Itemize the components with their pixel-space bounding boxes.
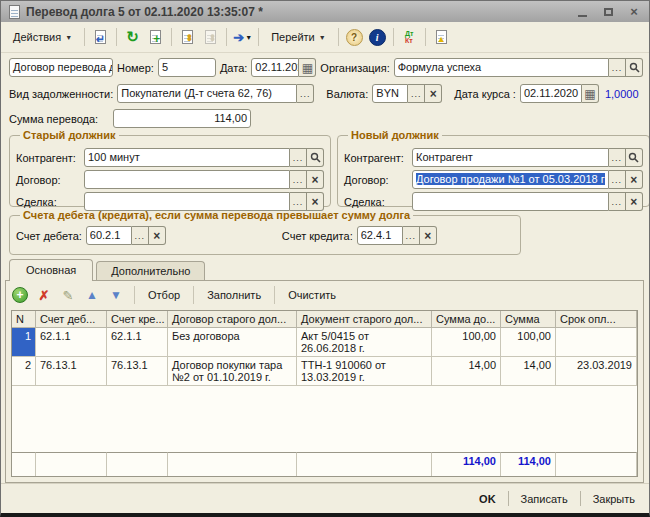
select-button[interactable]: ... — [290, 170, 307, 189]
date-field[interactable]: 02.11.2020 ▦ — [251, 58, 316, 77]
col-header-due[interactable]: Срок опл... — [556, 311, 637, 328]
calendar-icon[interactable]: ▦ — [299, 58, 316, 77]
transfer-amount-field[interactable]: 114,00 — [113, 109, 251, 128]
tab-main[interactable]: Основная — [9, 259, 93, 281]
credit-account-field[interactable]: 62.4.1 ... × — [357, 226, 437, 245]
total-amount: 114,00 — [501, 452, 556, 476]
refresh-button[interactable]: ↻ — [122, 27, 143, 47]
output-button[interactable]: ➔▼ — [232, 27, 253, 47]
clear-icon[interactable]: × — [420, 226, 437, 245]
row-number-cell[interactable]: 1 — [12, 328, 36, 357]
amount-cell[interactable]: 100,00 — [501, 328, 556, 357]
debit-account-field[interactable]: 60.2.1 ... × — [86, 226, 166, 245]
col-header-n[interactable]: N — [12, 311, 36, 328]
save-button[interactable]: Записать — [517, 491, 572, 507]
fill-button[interactable]: Заполнить — [203, 287, 265, 303]
info-button[interactable]: i — [367, 27, 388, 47]
new-counterparty-field[interactable]: Контрагент ... — [412, 148, 643, 167]
titlebar[interactable]: Перевод долга 5 от 02.11.2020 13:35:07 *… — [1, 1, 649, 22]
select-button[interactable]: ... — [609, 192, 626, 211]
clear-icon[interactable]: × — [149, 226, 166, 245]
old-counterparty-field[interactable]: 100 минут ... — [84, 148, 324, 167]
unpost-document-button[interactable]: ● — [200, 27, 221, 47]
clear-button[interactable]: Очистить — [284, 287, 340, 303]
magnifier-icon[interactable] — [307, 148, 324, 167]
clear-icon[interactable]: × — [307, 170, 324, 189]
select-button[interactable]: ... — [403, 226, 420, 245]
document-cell[interactable]: ТТН-1 910060 от 13.03.2019 г. — [297, 357, 432, 386]
save-and-post-button[interactable]: ↵ — [90, 27, 111, 47]
new-contract-field[interactable]: Договор продажи №1 от 05.03.2018 г ... × — [412, 170, 643, 189]
rate-date-field[interactable]: 02.11.2020 ▦ — [520, 84, 599, 103]
amount-debt-cell[interactable]: 14,00 — [432, 357, 501, 386]
report-button[interactable]: ▲ — [431, 27, 452, 47]
table-row[interactable]: 2 76.13.1 76.13.1 Договор покупки тара №… — [12, 357, 637, 386]
row-number-cell[interactable]: 2 — [12, 357, 36, 386]
dtkt-button[interactable]: ДтКт — [399, 27, 420, 47]
table-row[interactable]: 1 62.1.1 62.1.1 Без договора Акт 5/0415 … — [12, 328, 637, 357]
col-header-contract[interactable]: Договор старого дол... — [168, 311, 297, 328]
window-title: Перевод долга 5 от 02.11.2020 13:35:07 * — [26, 5, 263, 19]
footer-separator — [508, 491, 509, 506]
credit-account-cell[interactable]: 62.1.1 — [107, 328, 168, 357]
tab-additional[interactable]: Дополнительно — [96, 261, 205, 281]
document-cell[interactable]: Акт 5/0415 от 26.06.2018 г. — [297, 328, 432, 357]
credit-account-cell[interactable]: 76.13.1 — [107, 357, 168, 386]
add-row-button[interactable]: + — [11, 286, 29, 304]
help-button[interactable]: ? — [344, 27, 365, 47]
minimize-button[interactable] — [575, 5, 589, 19]
col-header-document[interactable]: Документ старого дол... — [297, 311, 432, 328]
chevron-down-icon: ▼ — [65, 34, 72, 41]
calendar-icon[interactable]: ▦ — [582, 84, 599, 103]
table-empty-area[interactable] — [12, 386, 637, 452]
magnifier-icon[interactable] — [626, 148, 643, 167]
edit-row-button[interactable]: ✎ — [59, 286, 77, 304]
select-button[interactable]: ... — [132, 226, 149, 245]
select-button[interactable]: ... — [408, 84, 425, 103]
amount-debt-cell[interactable]: 100,00 — [432, 328, 501, 357]
select-button[interactable]: ... — [290, 148, 307, 167]
select-button[interactable]: ... — [609, 148, 626, 167]
header-row-2: Вид задолженности: Покупатели (Д-т счета… — [9, 84, 643, 103]
clear-icon[interactable]: × — [626, 192, 643, 211]
col-header-amount-debt[interactable]: Сумма до... — [432, 311, 501, 328]
header-row-3: Сумма перевода: 114,00 — [9, 109, 643, 128]
toolbar-separator — [393, 28, 394, 46]
copy-button[interactable]: + — [145, 27, 166, 47]
col-header-debit[interactable]: Счет деб... — [36, 311, 107, 328]
close-window-button[interactable]: Закрыть — [589, 491, 639, 507]
clear-icon[interactable]: × — [425, 84, 442, 103]
ok-button[interactable]: OK — [475, 491, 500, 507]
doc-type-combobox[interactable]: Договор перевода долга — [9, 58, 113, 77]
new-contract-row: Договор: Договор продажи №1 от 05.03.201… — [344, 170, 643, 189]
close-button[interactable]: × — [627, 5, 641, 19]
debt-kind-field[interactable]: Покупатели (Д-т счета 62, 76) ... — [117, 84, 314, 103]
organization-field[interactable]: Формула успеха ... — [394, 58, 643, 77]
old-contract-field[interactable]: ... × — [84, 170, 324, 189]
select-button[interactable]: ... — [609, 170, 626, 189]
contract-cell[interactable]: Без договора — [168, 328, 297, 357]
debit-account-cell[interactable]: 76.13.1 — [36, 357, 107, 386]
magnifier-icon[interactable] — [626, 58, 643, 77]
number-field[interactable]: 5 — [158, 58, 216, 77]
old-debtor-title: Старый должник — [20, 129, 119, 141]
col-header-credit[interactable]: Счет кре... — [107, 311, 168, 328]
due-date-cell[interactable] — [556, 328, 637, 357]
actions-menu-button[interactable]: Действия ▼ — [6, 27, 79, 47]
filter-button[interactable]: Отбор — [144, 287, 184, 303]
delete-row-button[interactable]: ✗ — [35, 286, 53, 304]
select-button[interactable]: ... — [609, 58, 626, 77]
maximize-button[interactable] — [601, 5, 615, 19]
clear-icon[interactable]: × — [626, 170, 643, 189]
post-document-button[interactable]: ● — [177, 27, 198, 47]
move-down-button[interactable]: ▼ — [107, 286, 125, 304]
contract-cell[interactable]: Договор покупки тара №2 от 01.10.2019 г. — [168, 357, 297, 386]
due-date-cell[interactable]: 23.03.2019 — [556, 357, 637, 386]
amount-cell[interactable]: 14,00 — [501, 357, 556, 386]
col-header-amount[interactable]: Сумма — [501, 311, 556, 328]
select-button[interactable]: ... — [297, 84, 314, 103]
currency-field[interactable]: BYN ... × — [372, 84, 442, 103]
move-up-button[interactable]: ▲ — [83, 286, 101, 304]
goto-menu-button[interactable]: Перейти ▼ — [264, 27, 333, 47]
debit-account-cell[interactable]: 62.1.1 — [36, 328, 107, 357]
